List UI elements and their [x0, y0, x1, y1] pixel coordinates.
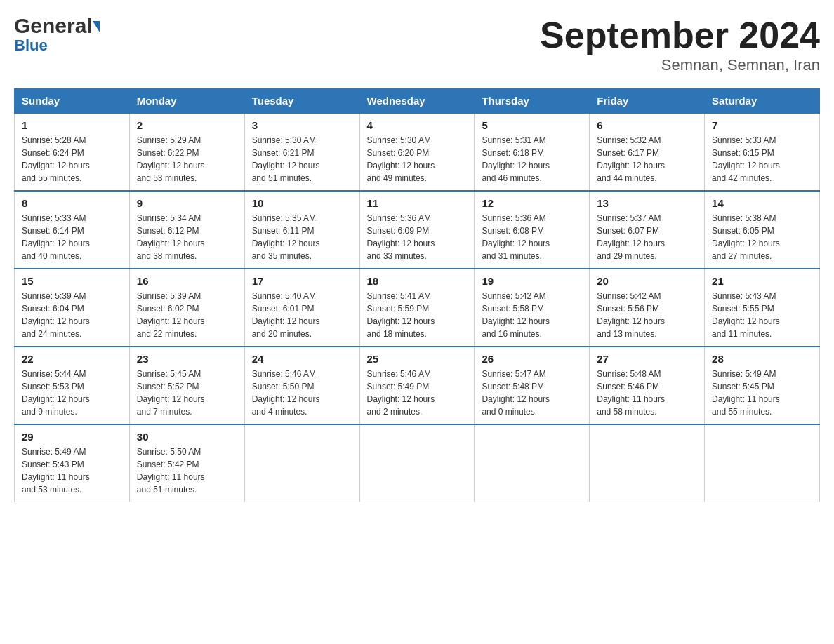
calendar-cell: 29Sunrise: 5:49 AMSunset: 5:43 PMDayligh…: [15, 424, 130, 502]
weekday-header-sunday: Sunday: [15, 89, 130, 114]
day-info: Sunrise: 5:44 AMSunset: 5:53 PMDaylight:…: [22, 368, 122, 418]
day-info: Sunrise: 5:38 AMSunset: 6:05 PMDaylight:…: [712, 212, 812, 262]
calendar-cell: [244, 424, 359, 502]
day-info: Sunrise: 5:40 AMSunset: 6:01 PMDaylight:…: [252, 290, 352, 340]
day-number: 14: [712, 197, 812, 209]
day-number: 9: [137, 197, 237, 209]
day-number: 24: [252, 353, 352, 365]
day-number: 21: [712, 275, 812, 287]
day-info: Sunrise: 5:46 AMSunset: 5:49 PMDaylight:…: [367, 368, 468, 418]
week-row-4: 22Sunrise: 5:44 AMSunset: 5:53 PMDayligh…: [15, 347, 820, 424]
day-info: Sunrise: 5:31 AMSunset: 6:18 PMDaylight:…: [482, 134, 582, 185]
day-info: Sunrise: 5:39 AMSunset: 6:04 PMDaylight:…: [22, 290, 122, 340]
day-number: 28: [712, 353, 812, 365]
calendar-cell: 1Sunrise: 5:28 AMSunset: 6:24 PMDaylight…: [15, 113, 130, 191]
calendar-cell: 14Sunrise: 5:38 AMSunset: 6:05 PMDayligh…: [705, 191, 820, 269]
day-info: Sunrise: 5:43 AMSunset: 5:55 PMDaylight:…: [712, 290, 812, 340]
day-info: Sunrise: 5:33 AMSunset: 6:14 PMDaylight:…: [22, 212, 122, 262]
day-number: 3: [252, 119, 352, 131]
day-info: Sunrise: 5:47 AMSunset: 5:48 PMDaylight:…: [482, 368, 582, 418]
day-number: 2: [137, 119, 237, 131]
calendar-cell: 16Sunrise: 5:39 AMSunset: 6:02 PMDayligh…: [129, 269, 244, 347]
day-number: 23: [137, 353, 237, 365]
calendar-cell: [475, 424, 590, 502]
logo-general: General: [14, 14, 93, 38]
logo-blue: Blue: [14, 36, 48, 55]
day-number: 1: [22, 119, 122, 131]
calendar-cell: 28Sunrise: 5:49 AMSunset: 5:45 PMDayligh…: [705, 347, 820, 424]
calendar-cell: 30Sunrise: 5:50 AMSunset: 5:42 PMDayligh…: [129, 424, 244, 502]
page-header: General Blue September 2024 Semnan, Semn…: [14, 14, 820, 74]
day-info: Sunrise: 5:30 AMSunset: 6:21 PMDaylight:…: [252, 134, 352, 185]
calendar-cell: 26Sunrise: 5:47 AMSunset: 5:48 PMDayligh…: [475, 347, 590, 424]
day-number: 15: [22, 275, 122, 287]
calendar-cell: 24Sunrise: 5:46 AMSunset: 5:50 PMDayligh…: [244, 347, 359, 424]
calendar-cell: 18Sunrise: 5:41 AMSunset: 5:59 PMDayligh…: [359, 269, 475, 347]
weekday-header-wednesday: Wednesday: [359, 89, 475, 114]
calendar-subtitle: Semnan, Semnan, Iran: [540, 56, 820, 74]
day-info: Sunrise: 5:42 AMSunset: 5:58 PMDaylight:…: [482, 290, 582, 340]
calendar-cell: 2Sunrise: 5:29 AMSunset: 6:22 PMDaylight…: [129, 113, 244, 191]
weekday-header-monday: Monday: [129, 89, 244, 114]
calendar-cell: 17Sunrise: 5:40 AMSunset: 6:01 PMDayligh…: [244, 269, 359, 347]
week-row-3: 15Sunrise: 5:39 AMSunset: 6:04 PMDayligh…: [15, 269, 820, 347]
day-info: Sunrise: 5:45 AMSunset: 5:52 PMDaylight:…: [137, 368, 237, 418]
day-number: 30: [137, 431, 237, 443]
calendar-cell: 27Sunrise: 5:48 AMSunset: 5:46 PMDayligh…: [590, 347, 705, 424]
calendar-cell: 10Sunrise: 5:35 AMSunset: 6:11 PMDayligh…: [244, 191, 359, 269]
day-number: 8: [22, 197, 122, 209]
calendar-cell: 5Sunrise: 5:31 AMSunset: 6:18 PMDaylight…: [475, 113, 590, 191]
day-info: Sunrise: 5:30 AMSunset: 6:20 PMDaylight:…: [367, 134, 468, 185]
day-number: 19: [482, 275, 582, 287]
weekday-header-friday: Friday: [590, 89, 705, 114]
calendar-cell: [705, 424, 820, 502]
day-info: Sunrise: 5:42 AMSunset: 5:56 PMDaylight:…: [597, 290, 697, 340]
day-number: 4: [367, 119, 468, 131]
calendar-cell: 25Sunrise: 5:46 AMSunset: 5:49 PMDayligh…: [359, 347, 475, 424]
day-info: Sunrise: 5:49 AMSunset: 5:43 PMDaylight:…: [22, 445, 122, 496]
calendar-cell: 8Sunrise: 5:33 AMSunset: 6:14 PMDaylight…: [15, 191, 130, 269]
calendar-cell: 12Sunrise: 5:36 AMSunset: 6:08 PMDayligh…: [475, 191, 590, 269]
calendar-cell: 6Sunrise: 5:32 AMSunset: 6:17 PMDaylight…: [590, 113, 705, 191]
calendar-cell: 3Sunrise: 5:30 AMSunset: 6:21 PMDaylight…: [244, 113, 359, 191]
calendar-title: September 2024: [540, 14, 820, 56]
calendar-cell: 23Sunrise: 5:45 AMSunset: 5:52 PMDayligh…: [129, 347, 244, 424]
calendar-cell: 15Sunrise: 5:39 AMSunset: 6:04 PMDayligh…: [15, 269, 130, 347]
day-number: 7: [712, 119, 812, 131]
day-number: 12: [482, 197, 582, 209]
day-number: 20: [597, 275, 697, 287]
day-info: Sunrise: 5:41 AMSunset: 5:59 PMDaylight:…: [367, 290, 468, 340]
day-info: Sunrise: 5:29 AMSunset: 6:22 PMDaylight:…: [137, 134, 237, 185]
day-info: Sunrise: 5:36 AMSunset: 6:08 PMDaylight:…: [482, 212, 582, 262]
day-number: 22: [22, 353, 122, 365]
day-number: 5: [482, 119, 582, 131]
calendar-cell: 20Sunrise: 5:42 AMSunset: 5:56 PMDayligh…: [590, 269, 705, 347]
day-info: Sunrise: 5:50 AMSunset: 5:42 PMDaylight:…: [137, 445, 237, 496]
calendar-cell: 9Sunrise: 5:34 AMSunset: 6:12 PMDaylight…: [129, 191, 244, 269]
logo: General Blue: [14, 14, 100, 55]
logo-triangle-icon: [93, 21, 100, 32]
weekday-header-saturday: Saturday: [705, 89, 820, 114]
day-info: Sunrise: 5:32 AMSunset: 6:17 PMDaylight:…: [597, 134, 697, 185]
day-info: Sunrise: 5:35 AMSunset: 6:11 PMDaylight:…: [252, 212, 352, 262]
calendar-cell: 21Sunrise: 5:43 AMSunset: 5:55 PMDayligh…: [705, 269, 820, 347]
calendar-cell: 7Sunrise: 5:33 AMSunset: 6:15 PMDaylight…: [705, 113, 820, 191]
calendar-cell: 11Sunrise: 5:36 AMSunset: 6:09 PMDayligh…: [359, 191, 475, 269]
day-number: 13: [597, 197, 697, 209]
calendar-cell: 13Sunrise: 5:37 AMSunset: 6:07 PMDayligh…: [590, 191, 705, 269]
weekday-header-tuesday: Tuesday: [244, 89, 359, 114]
title-block: September 2024 Semnan, Semnan, Iran: [540, 14, 820, 74]
calendar-table: SundayMondayTuesdayWednesdayThursdayFrid…: [14, 88, 820, 502]
day-info: Sunrise: 5:49 AMSunset: 5:45 PMDaylight:…: [712, 368, 812, 418]
week-row-2: 8Sunrise: 5:33 AMSunset: 6:14 PMDaylight…: [15, 191, 820, 269]
calendar-cell: 4Sunrise: 5:30 AMSunset: 6:20 PMDaylight…: [359, 113, 475, 191]
calendar-cell: 19Sunrise: 5:42 AMSunset: 5:58 PMDayligh…: [475, 269, 590, 347]
day-number: 29: [22, 431, 122, 443]
week-row-1: 1Sunrise: 5:28 AMSunset: 6:24 PMDaylight…: [15, 113, 820, 191]
day-number: 26: [482, 353, 582, 365]
day-number: 11: [367, 197, 468, 209]
day-info: Sunrise: 5:34 AMSunset: 6:12 PMDaylight:…: [137, 212, 237, 262]
day-info: Sunrise: 5:39 AMSunset: 6:02 PMDaylight:…: [137, 290, 237, 340]
day-number: 25: [367, 353, 468, 365]
week-row-5: 29Sunrise: 5:49 AMSunset: 5:43 PMDayligh…: [15, 424, 820, 502]
